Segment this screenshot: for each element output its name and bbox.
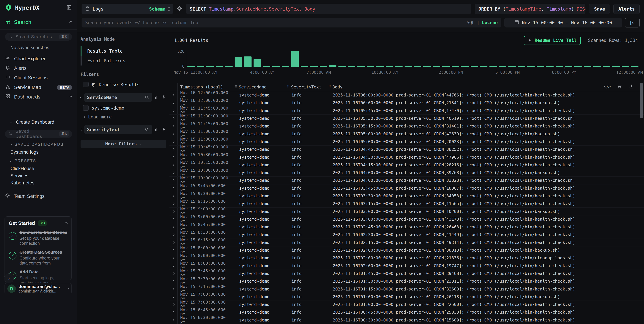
- expand-row-chevron-icon[interactable]: [172, 102, 174, 104]
- expand-row-chevron-icon[interactable]: [172, 110, 174, 112]
- presets-section[interactable]: PRESETS: [10, 159, 77, 163]
- expand-row-chevron-icon[interactable]: [172, 226, 174, 228]
- table-row[interactable]: Nov 15 7:00:00.000 PMsystemd-demoinfo202…: [170, 293, 644, 301]
- expand-row-chevron-icon[interactable]: [172, 125, 174, 127]
- date-range-picker[interactable]: Nov 15 00:00:00 - Nov 16 00:00:00: [504, 18, 622, 27]
- table-row[interactable]: Nov 15 10:00:00.000 PMsystemd-demoinfo20…: [170, 176, 644, 184]
- saved-dashboards-section[interactable]: SAVED DASHBOARDS: [10, 142, 77, 147]
- expand-row-chevron-icon[interactable]: [172, 141, 174, 143]
- sidebar-item-alerts[interactable]: Alerts: [0, 63, 77, 73]
- resume-live-tail-button[interactable]: Resume Live Tail: [524, 36, 580, 45]
- table-row[interactable]: Nov 15 11:45:00.000 PMsystemd-demoinfo20…: [170, 107, 644, 115]
- table-row[interactable]: Nov 15 9:45:00.000 PMsystemd-demoinfo202…: [170, 184, 644, 192]
- sidebar-item-team-settings[interactable]: Team Settings: [0, 191, 77, 201]
- expand-row-chevron-icon[interactable]: [172, 257, 174, 259]
- expand-row-chevron-icon[interactable]: [172, 234, 174, 236]
- vertical-scrollbar[interactable]: [640, 83, 643, 118]
- chevron-right-icon[interactable]: [80, 129, 82, 131]
- expand-row-chevron-icon[interactable]: [172, 202, 174, 205]
- table-row[interactable]: Nov 15 9:15:00.000 PMsystemd-demoinfo202…: [170, 200, 644, 208]
- save-button[interactable]: Save: [589, 4, 610, 14]
- drag-handle-icon[interactable]: ⠿: [328, 85, 331, 89]
- column-timestamp[interactable]: Timestamp (Local): [178, 85, 233, 89]
- saved-dashboards-input[interactable]: Saved Dashboards ⌘K: [5, 130, 72, 138]
- table-row[interactable]: Nov 16 12:00:00.000 AMsystemd-demoinfo20…: [170, 91, 644, 99]
- wrap-lines-icon[interactable]: [617, 84, 622, 89]
- expand-row-chevron-icon[interactable]: [172, 187, 174, 189]
- expand-row-chevron-icon[interactable]: [172, 94, 174, 96]
- table-row[interactable]: Nov 15 7:00:00.000 PMsystemd-demoinfo202…: [170, 301, 644, 309]
- drag-handle-icon[interactable]: ⠿: [287, 85, 290, 89]
- more-filters-button[interactable]: More filters: [80, 140, 166, 148]
- help-button[interactable]: ?: [4, 273, 14, 283]
- table-row[interactable]: Nov 15 11:00:00.000 PMsystemd-demoinfo20…: [170, 138, 644, 146]
- table-row[interactable]: Nov 15 6:45:00.000 PMsystemd-demoinfo202…: [170, 309, 644, 316]
- table-row[interactable]: Nov 15 10:15:00.000 PMsystemd-demoinfo20…: [170, 161, 644, 169]
- table-row[interactable]: Nov 15 8:00:00.000 PMsystemd-demoinfo202…: [170, 254, 644, 262]
- expand-row-chevron-icon[interactable]: [172, 218, 174, 220]
- pin-icon[interactable]: [162, 95, 166, 100]
- table-row[interactable]: Nov 15 7:30:00.000 PMsystemd-demoinfo202…: [170, 277, 644, 285]
- sidebar-item-search[interactable]: Search: [0, 15, 77, 30]
- table-row[interactable]: Nov 15 11:30:00.000 PMsystemd-demoinfo20…: [170, 115, 644, 122]
- chevron-up-icon[interactable]: [65, 222, 68, 225]
- table-row[interactable]: Nov 15 11:15:00.000 PMsystemd-demoinfo20…: [170, 122, 644, 130]
- mode-event-patterns[interactable]: Event Patterns: [80, 56, 166, 65]
- expand-row-chevron-icon[interactable]: [172, 195, 174, 197]
- orderby-query-input[interactable]: ORDER BY (TimestampTime, Timestamp) DESC: [475, 4, 586, 14]
- table-row[interactable]: Nov 15 9:00:00.000 PMsystemd-demoinfo202…: [170, 208, 644, 215]
- chart-plot[interactable]: [186, 51, 640, 67]
- table-row[interactable]: Nov 15 9:30:00.000 PMsystemd-demoinfo202…: [170, 192, 644, 200]
- expand-row-chevron-icon[interactable]: [172, 319, 174, 321]
- download-icon[interactable]: [629, 84, 634, 89]
- user-menu[interactable]: D dominic.tran@clic... dominic.tran@clic…: [4, 283, 72, 294]
- drag-handle-icon[interactable]: ⠿: [234, 85, 238, 89]
- expand-row-chevron-icon[interactable]: [172, 164, 174, 166]
- create-dashboard-button[interactable]: + Create Dashboard: [0, 117, 77, 127]
- lucene-toggle[interactable]: Lucene: [482, 20, 498, 25]
- collapse-sidebar-icon[interactable]: [66, 4, 72, 11]
- load-more-button[interactable]: Load more: [80, 114, 166, 120]
- pin-icon[interactable]: [162, 127, 166, 132]
- events-histogram[interactable]: 320 0 Nov 15 12:00:00 AM4:00:00 AM7:00:0…: [170, 47, 644, 83]
- get-started-step[interactable]: ✓ Connect to ClickHouse Set up your data…: [9, 230, 68, 246]
- table-row[interactable]: Nov 15 10:45:00.000 PMsystemd-demoinfo20…: [170, 146, 644, 153]
- servicename-filter-header[interactable]: ServiceName: [84, 93, 152, 102]
- expand-row-chevron-icon[interactable]: [172, 288, 174, 290]
- sidebar-item-service-map[interactable]: Service Map BETA: [0, 83, 77, 92]
- severitytext-filter-group[interactable]: SeverityText: [80, 125, 166, 134]
- search-input[interactable]: Search your events w/ Lucene ex. column:…: [82, 18, 501, 27]
- table-row[interactable]: Nov 15 8:45:00.000 PMsystemd-demoinfo202…: [170, 223, 644, 231]
- severitytext-filter-header[interactable]: SeverityText: [84, 125, 152, 134]
- table-row[interactable]: Nov 15 8:00:00.000 PMsystemd-demoinfo202…: [170, 246, 644, 254]
- expand-row-chevron-icon[interactable]: [172, 179, 174, 182]
- sidebar-item-chart-explorer[interactable]: Chart Explorer: [0, 54, 77, 63]
- search-icon[interactable]: [145, 95, 149, 100]
- code-view-icon[interactable]: </>: [604, 84, 610, 89]
- search-icon[interactable]: [145, 127, 149, 132]
- sidebar-item-dashboards[interactable]: Dashboards: [0, 92, 77, 102]
- expand-row-chevron-icon[interactable]: [172, 156, 174, 158]
- table-row[interactable]: Nov 15 7:45:00.000 PMsystemd-demoinfo202…: [170, 270, 644, 277]
- column-servicename[interactable]: ⠿ServiceName: [233, 85, 285, 89]
- expand-row-chevron-icon[interactable]: [172, 296, 174, 298]
- table-row[interactable]: Nov 15 6:30:00.000 PMsystemd-demoinfo202…: [170, 316, 644, 324]
- table-row[interactable]: Nov 15 8:30:00.000 PMsystemd-demoinfo202…: [170, 231, 644, 239]
- column-severitytext[interactable]: ⠿SeverityText: [285, 85, 326, 89]
- mode-results-table[interactable]: Results Table: [80, 46, 166, 56]
- expand-row-chevron-icon[interactable]: [172, 117, 174, 120]
- filter-value-systemd-demo[interactable]: systemd-demo: [80, 105, 166, 111]
- chevron-down-icon[interactable]: [80, 96, 82, 99]
- systemd-demo-checkbox[interactable]: [83, 105, 88, 111]
- expand-row-chevron-icon[interactable]: [172, 249, 174, 251]
- sql-toggle[interactable]: SQL: [467, 20, 474, 25]
- expand-row-chevron-icon[interactable]: [172, 303, 174, 306]
- get-started-step[interactable]: ✓ Add Data Start sending logs, metrics, …: [9, 269, 68, 285]
- expand-row-chevron-icon[interactable]: [172, 272, 174, 275]
- sidebar-item-client-sessions[interactable]: Client Sessions: [0, 73, 77, 83]
- sidebar-item-systemd-logs[interactable]: Systemd logs: [0, 149, 77, 156]
- column-body[interactable]: ⠿Body: [326, 85, 644, 89]
- table-row[interactable]: Nov 15 9:00:00.000 PMsystemd-demoinfo202…: [170, 215, 644, 223]
- source-selector[interactable]: Logs Schema: [82, 4, 173, 14]
- run-query-button[interactable]: ▷: [625, 18, 640, 27]
